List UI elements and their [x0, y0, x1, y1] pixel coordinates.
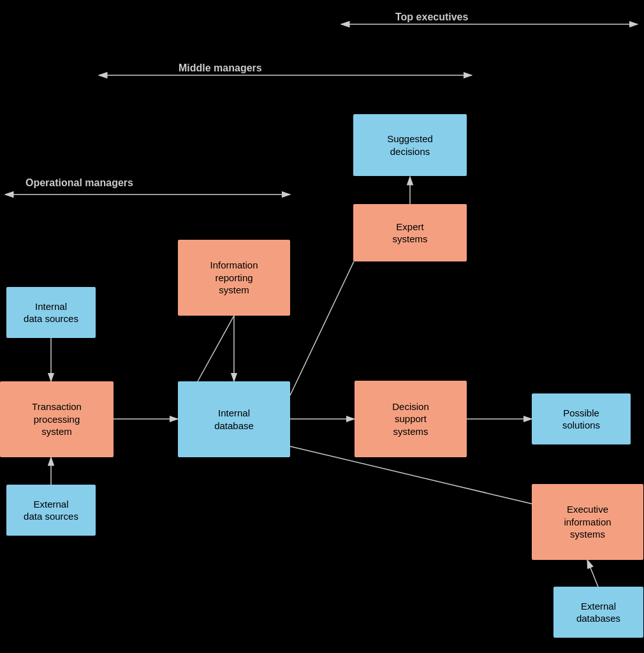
expert-systems-label: Expertsystems	[392, 221, 427, 246]
internal-database-label: Internaldatabase	[214, 407, 254, 432]
information-reporting-box: Informationreportingsystem	[178, 240, 290, 316]
svg-line-11	[587, 560, 598, 587]
executive-information-box: Executiveinformationsystems	[532, 484, 643, 560]
external-data-sources-box: Externaldata sources	[6, 485, 96, 536]
internal-database-box: Internaldatabase	[178, 381, 290, 457]
svg-line-14	[198, 316, 234, 381]
expert-systems-box: Expertsystems	[353, 204, 467, 261]
internal-data-sources-label: Internaldata sources	[24, 300, 78, 325]
external-databases-label: Externaldatabases	[576, 600, 620, 625]
svg-line-13	[290, 261, 354, 395]
information-reporting-label: Informationreportingsystem	[210, 259, 258, 297]
external-databases-box: Externaldatabases	[553, 587, 643, 638]
diagram-container: Top executives Middle managers Operation…	[0, 0, 644, 653]
external-data-sources-label: Externaldata sources	[24, 498, 78, 523]
decision-support-label: Decisionsupportsystems	[392, 400, 429, 438]
suggested-decisions-label: Suggesteddecisions	[387, 133, 433, 158]
possible-solutions-label: Possiblesolutions	[562, 407, 600, 432]
middle-managers-label: Middle managers	[179, 62, 262, 74]
transaction-processing-label: Transactionprocessingsystem	[32, 400, 82, 438]
possible-solutions-box: Possiblesolutions	[532, 393, 631, 444]
internal-data-sources-box: Internaldata sources	[6, 287, 96, 338]
operational-managers-label: Operational managers	[26, 177, 133, 189]
suggested-decisions-box: Suggesteddecisions	[353, 114, 467, 176]
top-executives-label: Top executives	[395, 11, 468, 23]
decision-support-box: Decisionsupportsystems	[355, 381, 467, 457]
transaction-processing-box: Transactionprocessingsystem	[0, 381, 113, 457]
executive-information-label: Executiveinformationsystems	[564, 503, 611, 541]
